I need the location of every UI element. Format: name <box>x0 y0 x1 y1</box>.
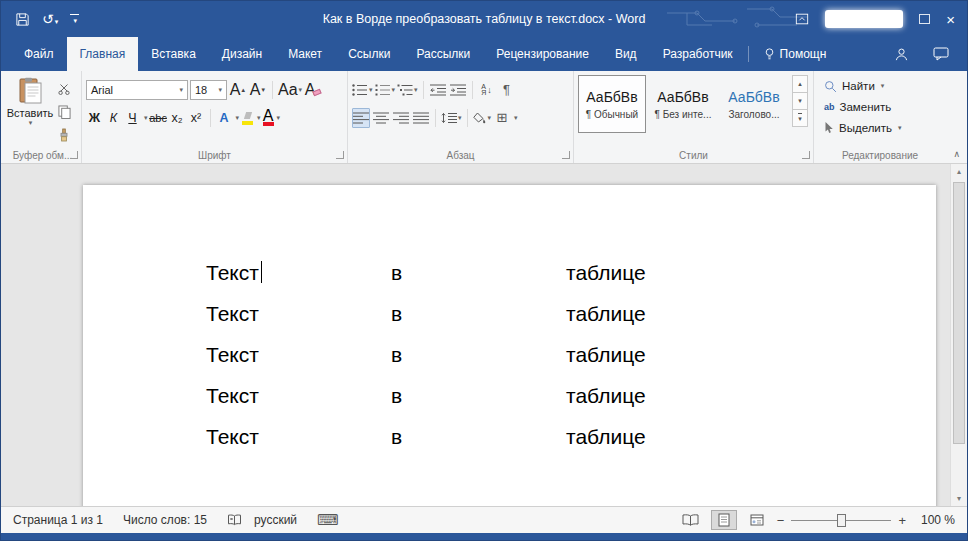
copy-button[interactable] <box>55 102 73 122</box>
zoom-level[interactable]: 100 % <box>913 513 955 527</box>
customize-quick-access-button[interactable]: ▾ <box>70 14 79 24</box>
bullets-button[interactable]: ▾ <box>352 80 373 100</box>
tab-tell-me[interactable]: Помощн <box>751 37 840 71</box>
italic-button[interactable]: К <box>105 108 122 128</box>
style-no-spacing[interactable]: АаБбВв ¶ Без инте... <box>649 75 717 133</box>
vertical-scrollbar[interactable]: ▴ ▾ <box>950 164 967 506</box>
tab-mailings[interactable]: Рассылки <box>403 37 483 71</box>
tab-references[interactable]: Ссылки <box>335 37 403 71</box>
cell-text[interactable]: Текст <box>206 302 259 326</box>
superscript-button[interactable]: x² <box>188 108 205 128</box>
proofing-icon[interactable] <box>227 514 242 526</box>
numbering-button[interactable]: ▾ <box>375 80 396 100</box>
tab-developer[interactable]: Разработчик <box>650 37 746 71</box>
dialog-launcher-icon[interactable] <box>802 151 810 159</box>
comment-icon[interactable] <box>933 47 949 61</box>
keyboard-icon[interactable]: ⌨ <box>317 511 339 529</box>
font-color-button[interactable]: А <box>263 110 274 126</box>
replace-button[interactable]: ab Заменить <box>824 98 946 116</box>
print-layout-button[interactable] <box>711 510 737 530</box>
text-effects-button[interactable]: А <box>216 108 233 128</box>
web-layout-button[interactable] <box>744 510 770 530</box>
paste-button[interactable]: Вставить ▾ <box>8 75 52 145</box>
styles-scroll-up-button[interactable]: ▴ <box>792 75 808 93</box>
borders-button[interactable]: ⊞ <box>493 108 511 128</box>
scroll-up-icon[interactable]: ▴ <box>951 167 967 176</box>
decrease-indent-button[interactable] <box>429 80 447 100</box>
dialog-launcher-icon[interactable] <box>336 151 344 159</box>
style-normal[interactable]: АаБбВв ¶ Обычный <box>578 75 646 133</box>
cut-button[interactable] <box>55 79 73 99</box>
page-indicator[interactable]: Страница 1 из 1 <box>13 513 103 527</box>
align-right-button[interactable] <box>392 108 410 128</box>
scroll-down-icon[interactable]: ▾ <box>951 494 967 503</box>
scrollbar-thumb[interactable] <box>953 182 965 444</box>
save-icon[interactable] <box>15 12 30 27</box>
sort-button[interactable]: АЯ ↓ <box>478 80 496 100</box>
tab-home[interactable]: Главная <box>67 37 139 71</box>
undo-button[interactable]: ↺▾ <box>42 10 58 28</box>
tab-layout[interactable]: Макет <box>275 37 335 71</box>
align-center-button[interactable] <box>372 108 390 128</box>
underline-button[interactable]: Ч <box>124 108 141 128</box>
tab-design[interactable]: Дизайн <box>209 37 275 71</box>
multilevel-list-button[interactable]: ▾ <box>397 80 418 100</box>
shrink-font-button[interactable]: А▼ <box>249 80 267 100</box>
styles-scroll-down-button[interactable]: ▾ <box>792 92 808 110</box>
chevron-down-icon[interactable]: ▾ <box>236 114 240 122</box>
styles-more-button[interactable]: ▾ <box>792 109 808 127</box>
shading-button[interactable]: ▾ <box>473 108 492 128</box>
sign-in-person-icon[interactable] <box>894 47 909 62</box>
font-size-combo[interactable]: 18 ▾ <box>190 80 227 100</box>
zoom-in-icon[interactable]: + <box>898 513 906 528</box>
cell-text[interactable]: таблице <box>566 425 646 449</box>
tab-view[interactable]: Вид <box>602 37 650 71</box>
select-button[interactable]: Выделить ▾ <box>824 119 946 137</box>
cell-text[interactable]: Текст <box>206 425 259 449</box>
document-page[interactable]: Текст в таблице Текст в таблице Текст в … <box>83 185 936 506</box>
cell-text[interactable]: Текст <box>206 343 259 367</box>
bold-button[interactable]: Ж <box>86 108 103 128</box>
cell-text[interactable]: Текст <box>206 384 259 408</box>
format-painter-button[interactable] <box>55 125 73 145</box>
show-paragraph-marks-button[interactable]: ¶ <box>498 80 516 100</box>
font-name-combo[interactable]: Arial ▾ <box>86 80 188 100</box>
cell-text[interactable]: в <box>391 425 402 449</box>
chevron-down-icon[interactable]: ▾ <box>257 114 261 122</box>
zoom-slider-thumb[interactable] <box>837 514 846 527</box>
style-heading1[interactable]: АаБбВв Заголово... <box>720 75 788 133</box>
change-case-button[interactable]: Aa▾ <box>278 80 302 100</box>
word-count[interactable]: Число слов: 15 <box>123 513 207 527</box>
language-indicator[interactable]: русский <box>254 513 297 527</box>
tab-insert[interactable]: Вставка <box>138 37 209 71</box>
grow-font-button[interactable]: А▲ <box>229 80 247 100</box>
dialog-launcher-icon[interactable] <box>70 151 78 159</box>
cell-text[interactable]: таблице <box>566 384 646 408</box>
chevron-down-icon[interactable]: ▾ <box>277 114 281 122</box>
cell-text[interactable]: в <box>391 302 402 326</box>
chevron-down-icon[interactable]: ▾ <box>514 114 518 122</box>
tab-review[interactable]: Рецензирование <box>483 37 602 71</box>
line-spacing-button[interactable]: ▾ <box>441 108 462 128</box>
clear-formatting-button[interactable]: А <box>304 80 322 100</box>
increase-indent-button[interactable] <box>449 80 467 100</box>
chevron-down-icon[interactable]: ▾ <box>144 114 148 122</box>
cell-text[interactable]: в <box>391 343 402 367</box>
zoom-slider[interactable] <box>791 512 891 528</box>
zoom-out-icon[interactable]: − <box>777 513 785 528</box>
subscript-button[interactable]: x₂ <box>169 108 186 128</box>
collapse-ribbon-icon[interactable]: ∧ <box>953 149 960 159</box>
strikethrough-button[interactable]: abc <box>150 108 167 128</box>
ribbon-display-options-icon[interactable] <box>795 12 809 26</box>
find-button[interactable]: Найти ▾ <box>824 77 946 95</box>
close-icon[interactable]: × <box>946 12 955 27</box>
dialog-launcher-icon[interactable] <box>562 151 570 159</box>
cell-text[interactable]: таблице <box>566 261 646 285</box>
cell-text[interactable]: таблице <box>566 343 646 367</box>
align-left-button[interactable] <box>352 108 370 128</box>
cell-text[interactable]: в <box>391 384 402 408</box>
cell-text[interactable]: таблице <box>566 302 646 326</box>
tab-file[interactable]: Файл <box>11 37 67 71</box>
maximize-icon[interactable] <box>919 14 930 24</box>
read-mode-button[interactable] <box>678 510 704 530</box>
